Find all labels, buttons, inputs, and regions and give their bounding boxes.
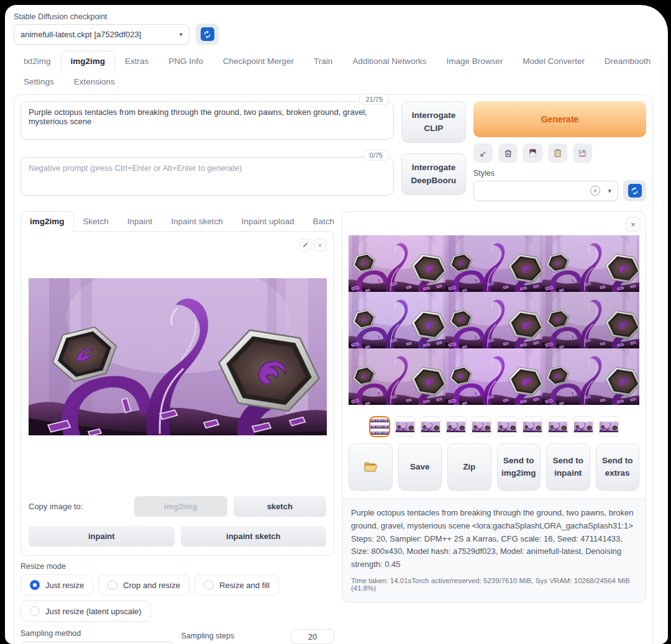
img2img-mode-tab[interactable]: Sketch <box>74 211 118 232</box>
result-image[interactable] <box>445 348 542 405</box>
clear-prompt-button[interactable] <box>498 143 518 163</box>
gallery-action-button[interactable]: Send to img2img <box>497 443 541 491</box>
remove-image-button[interactable]: × <box>314 239 326 252</box>
gallery-action-button[interactable]: Send to inpaint <box>546 443 590 491</box>
thumbnail[interactable] <box>420 416 441 437</box>
main-tab[interactable]: img2img <box>61 51 116 71</box>
main-tab[interactable]: txt2img <box>14 51 61 71</box>
refresh-icon <box>628 184 642 197</box>
results-gallery-card: × <box>342 211 646 602</box>
app-window: Stable Diffusion checkpoint animefull-la… <box>5 5 668 644</box>
refresh-checkpoint-button[interactable] <box>196 24 219 45</box>
sampling-method-label: Sampling method <box>21 629 174 638</box>
main-tab[interactable]: Model Converter <box>513 51 595 71</box>
sampling-method-select[interactable]: DPM++ 2S a Karras ▾ <box>21 642 174 644</box>
result-image[interactable] <box>349 348 445 405</box>
close-gallery-button[interactable]: × <box>626 217 641 232</box>
thumbnail[interactable] <box>598 416 619 437</box>
thumbnail-strip <box>349 416 639 437</box>
clear-styles-icon[interactable]: × <box>590 186 600 196</box>
page-scrollbar[interactable] <box>662 57 668 639</box>
copy-image-label: Copy image to: <box>29 502 128 511</box>
prompt-input[interactable]: Purple octopus tentacles from breaking t… <box>21 101 394 140</box>
interrogate-deepbooru-button[interactable]: Interrogate DeepBooru <box>401 153 466 195</box>
img2img-mode-tab[interactable]: img2img <box>21 211 74 232</box>
main-tab[interactable]: Train <box>304 51 342 71</box>
main-tab-bar-row2: SettingsExtensions <box>14 71 662 92</box>
thumbnail[interactable] <box>445 416 467 437</box>
thumbnail[interactable] <box>573 416 594 437</box>
thumbnail[interactable] <box>496 416 518 437</box>
resize-mode-option[interactable]: Just resize <box>21 574 93 596</box>
copy-to-button[interactable]: img2img <box>134 496 227 517</box>
main-tab[interactable]: Extensions <box>64 71 125 92</box>
result-grid <box>349 235 639 405</box>
copy-to-button[interactable]: sketch <box>234 496 327 517</box>
prompt-token-counter: 21/75 <box>359 94 389 105</box>
img2img-panel: Purple octopus tentacles from breaking t… <box>14 94 653 644</box>
result-image[interactable] <box>445 235 542 292</box>
gallery-action-button[interactable]: Send to extras <box>596 443 640 491</box>
read-generation-params-button[interactable]: ↙ <box>473 143 493 163</box>
main-tab[interactable]: Image Browser <box>436 51 513 71</box>
result-image[interactable] <box>542 348 639 405</box>
checkpoint-value: animefull-latest.ckpt [a7529df023] <box>21 30 141 39</box>
chevron-down-icon: ▾ <box>608 187 611 195</box>
main-tab[interactable]: Additional Networks <box>342 51 436 71</box>
clipboard-icon <box>553 148 562 158</box>
result-image[interactable] <box>349 235 445 292</box>
thumbnail[interactable] <box>522 416 543 437</box>
source-image[interactable] <box>29 278 327 435</box>
interrogate-clip-button[interactable]: Interrogate CLIP <box>401 101 466 143</box>
resize-mode-option[interactable]: Crop and resize <box>98 574 189 596</box>
styles-select[interactable]: × ▾ <box>473 181 618 201</box>
open-folder-button[interactable] <box>349 443 393 491</box>
generation-params-text: Steps: 20, Sampler: DPM++ 2S a Karras, C… <box>351 533 637 571</box>
resize-mode-option-label: Just resize (latent upscale) <box>45 607 142 616</box>
result-image[interactable] <box>542 292 639 348</box>
main-tab[interactable]: PNG Info <box>158 51 213 71</box>
generation-info: Purple octopus tentacles from breaking t… <box>342 498 646 602</box>
img2img-mode-tab[interactable]: Inpaint sketch <box>162 211 232 232</box>
thumbnail[interactable] <box>395 416 416 437</box>
pencil-icon <box>302 242 309 249</box>
thumbnail[interactable] <box>547 416 568 437</box>
resize-mode-option[interactable]: Resize and fill <box>194 574 279 596</box>
main-tab[interactable]: Settings <box>14 71 64 92</box>
save-style-button[interactable] <box>573 143 592 163</box>
img2img-mode-tab[interactable]: Batch <box>303 211 344 232</box>
gallery-action-button[interactable]: Zip <box>447 443 491 491</box>
main-tab[interactable]: Dreambooth <box>595 51 660 71</box>
sampling-method-block: Sampling method DPM++ 2S a Karras ▾ <box>21 629 174 644</box>
card-icon <box>528 148 537 158</box>
gallery-action-button[interactable]: Save <box>398 443 442 491</box>
copy-image-section: Copy image to: img2imgsketch inpaintinpa… <box>29 496 326 546</box>
generation-prompt-text: Purple octopus tentacles from breaking t… <box>351 507 637 533</box>
main-tab[interactable]: Extras <box>115 51 158 71</box>
extra-networks-button[interactable] <box>523 143 542 163</box>
main-tab[interactable]: Checkpoint Merger <box>213 51 304 71</box>
refresh-styles-button[interactable] <box>623 180 646 201</box>
sampling-steps-input[interactable] <box>291 629 334 644</box>
negative-prompt-input[interactable] <box>21 157 394 196</box>
resize-mode-option[interactable]: Just resize (latent upscale) <box>21 601 151 622</box>
generate-button[interactable]: Generate <box>473 101 646 137</box>
thumbnail[interactable] <box>471 416 492 437</box>
img2img-mode-tabs: img2imgSketchInpaintInpaint sketchInpain… <box>21 211 334 231</box>
edit-image-button[interactable] <box>299 239 311 252</box>
checkpoint-select[interactable]: animefull-latest.ckpt [a7529df023] ▾ <box>14 24 189 45</box>
checkpoint-label: Stable Diffusion checkpoint <box>14 12 662 21</box>
img2img-mode-tab[interactable]: Inpaint <box>118 211 162 232</box>
thumbnail[interactable] <box>369 416 390 437</box>
copy-to-button[interactable]: inpaint <box>29 526 175 546</box>
trash-icon <box>503 148 513 158</box>
result-image[interactable] <box>445 292 542 348</box>
img2img-mode-tab[interactable]: Inpaint upload <box>232 211 304 232</box>
result-image[interactable] <box>349 292 445 348</box>
apply-style-button[interactable] <box>548 143 567 163</box>
result-image[interactable] <box>542 235 639 292</box>
checkpoint-section: Stable Diffusion checkpoint animefull-la… <box>14 12 662 45</box>
copy-to-button[interactable]: inpaint sketch <box>181 526 327 546</box>
resize-mode-label: Resize mode <box>21 562 334 571</box>
radio-icon <box>107 580 117 590</box>
